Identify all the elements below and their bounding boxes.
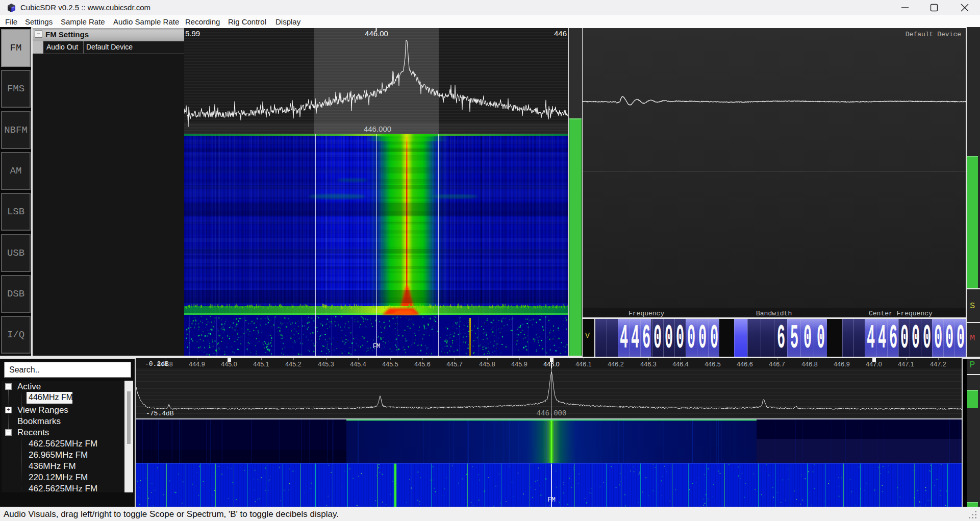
svg-text:FM: FM: [547, 496, 556, 504]
svg-text:FM: FM: [373, 343, 380, 350]
svg-text:-75.4dB: -75.4dB: [146, 410, 174, 417]
svg-text:446.00: 446.00: [365, 29, 388, 38]
svg-text:446.000: 446.000: [537, 409, 567, 417]
svg-text:Default Device: Default Device: [906, 31, 961, 38]
svg-text:5.99: 5.99: [185, 29, 200, 38]
svg-text:446: 446: [554, 29, 567, 38]
svg-text:446.000: 446.000: [364, 125, 391, 133]
